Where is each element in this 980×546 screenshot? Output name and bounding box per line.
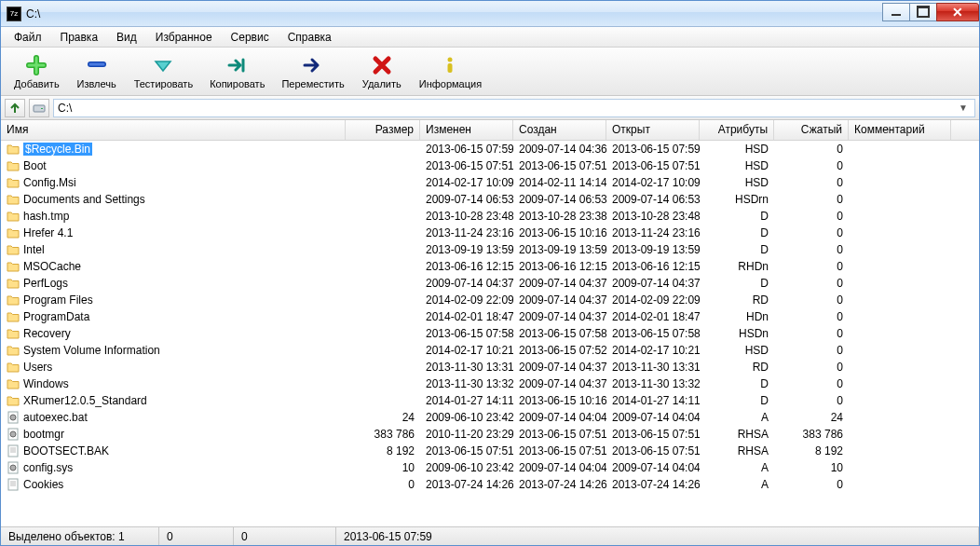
- file-created: 2009-07-14 04:37: [513, 276, 606, 291]
- file-attrs: A: [700, 477, 774, 492]
- file-row[interactable]: BOOTSECT.BAK8 1922013-06-15 07:512013-06…: [1, 443, 979, 459]
- path-dropdown-icon[interactable]: ▼: [956, 102, 971, 113]
- file-modified: 2009-06-10 23:42: [420, 410, 513, 425]
- file-row[interactable]: Hrefer 4.12013-11-24 23:162013-06-15 10:…: [1, 225, 979, 241]
- file-attrs: D: [700, 276, 774, 291]
- file-row[interactable]: config.sys102009-06-10 23:422009-07-14 0…: [1, 459, 979, 476]
- delete-label: Удалить: [362, 78, 402, 89]
- file-comment: [849, 433, 951, 435]
- menu-tools[interactable]: Сервис: [222, 29, 279, 46]
- titlebar[interactable]: 7z C:\: [1, 1, 979, 27]
- file-name: Recovery: [23, 327, 71, 340]
- folder-icon: [7, 260, 20, 273]
- maximize-button[interactable]: [909, 3, 937, 21]
- file-row[interactable]: Recovery2013-06-15 07:582013-06-15 07:58…: [1, 325, 979, 342]
- delete-button[interactable]: Удалить: [354, 52, 410, 91]
- svg-rect-3: [41, 108, 43, 109]
- col-name[interactable]: Имя: [1, 120, 346, 140]
- file-row[interactable]: Cookies02013-07-24 14:262013-07-24 14:26…: [1, 476, 979, 493]
- col-attrs[interactable]: Атрибуты: [700, 120, 774, 140]
- minimize-button[interactable]: [882, 3, 910, 21]
- menu-edit[interactable]: Правка: [51, 29, 108, 46]
- file-attrs: HSD: [700, 142, 774, 157]
- col-modified[interactable]: Изменен: [420, 120, 513, 140]
- col-created[interactable]: Создан: [513, 120, 606, 140]
- status-c2: 0: [234, 527, 336, 545]
- col-packed[interactable]: Сжатый: [774, 120, 849, 140]
- file-opened: 2013-11-30 13:32: [606, 376, 700, 391]
- file-row[interactable]: Config.Msi2014-02-17 10:092014-02-11 14:…: [1, 174, 979, 191]
- move-button[interactable]: Переместить: [274, 52, 351, 91]
- file-icon: [7, 444, 20, 457]
- file-opened: 2014-01-27 14:11: [606, 393, 700, 408]
- file-size: 0: [346, 477, 420, 492]
- file-comment: [849, 182, 951, 184]
- file-attrs: D: [700, 393, 774, 408]
- file-size: [346, 400, 420, 402]
- folder-icon: [7, 243, 20, 256]
- file-name: Users: [23, 361, 52, 374]
- file-row[interactable]: Boot2013-06-15 07:512013-06-15 07:512013…: [1, 157, 979, 174]
- move-label: Переместить: [281, 78, 344, 89]
- file-listview[interactable]: Имя Размер Изменен Создан Открыт Атрибут…: [1, 120, 979, 526]
- file-name: BOOTSECT.BAK: [23, 444, 109, 457]
- file-row[interactable]: Program Files2014-02-09 22:092009-07-14 …: [1, 292, 979, 308]
- status-c3: 2013-06-15 07:59: [336, 527, 979, 545]
- folder-icon: [7, 394, 20, 407]
- extract-button[interactable]: Извлечь: [69, 52, 125, 91]
- folder-icon: [7, 377, 20, 390]
- file-comment: [849, 383, 951, 385]
- file-modified: 2013-11-30 13:32: [420, 376, 513, 391]
- up-button[interactable]: [5, 99, 25, 117]
- col-comment[interactable]: Комментарий: [849, 120, 951, 140]
- file-modified: 2013-11-30 13:31: [420, 360, 513, 375]
- add-icon: [25, 54, 48, 76]
- col-size[interactable]: Размер: [346, 120, 420, 140]
- path-field[interactable]: C:\ ▼: [53, 99, 975, 117]
- file-opened: 2013-06-15 07:51: [606, 158, 700, 173]
- file-modified: 2009-07-14 06:53: [420, 192, 513, 207]
- file-modified: 2013-07-24 14:26: [420, 477, 513, 492]
- file-name: Hrefer 4.1: [23, 226, 73, 239]
- file-row[interactable]: ProgramData2014-02-01 18:472009-07-14 04…: [1, 308, 979, 325]
- copy-button[interactable]: Копировать: [202, 52, 272, 91]
- folder-icon: [7, 361, 20, 374]
- file-row[interactable]: Users2013-11-30 13:312009-07-14 04:37201…: [1, 359, 979, 375]
- file-opened: 2013-06-15 07:58: [606, 326, 700, 341]
- menu-view[interactable]: Вид: [107, 29, 146, 46]
- col-opened[interactable]: Открыт: [606, 120, 700, 140]
- file-attrs: HSD: [700, 343, 774, 358]
- file-size: [346, 165, 420, 167]
- info-button[interactable]: Информация: [412, 52, 489, 91]
- close-button[interactable]: [936, 3, 979, 21]
- file-comment: [849, 484, 951, 485]
- file-row[interactable]: Documents and Settings2009-07-14 06:5320…: [1, 191, 979, 208]
- file-row[interactable]: XRumer12.0.5_Standard2014-01-27 14:11201…: [1, 392, 979, 409]
- file-row[interactable]: hash.tmp2013-10-28 23:482013-10-28 23:38…: [1, 208, 979, 225]
- file-row[interactable]: Intel2013-09-19 13:592013-09-19 13:59201…: [1, 241, 979, 258]
- svg-point-10: [10, 465, 16, 471]
- file-size: [346, 232, 420, 234]
- file-row[interactable]: autoexec.bat242009-06-10 23:422009-07-14…: [1, 409, 979, 426]
- file-created: 2009-07-14 04:04: [513, 460, 606, 475]
- menu-file[interactable]: Файл: [5, 29, 51, 46]
- file-packed: 0: [774, 276, 849, 291]
- file-created: 2009-07-14 04:37: [513, 360, 606, 375]
- file-created: 2009-07-14 04:37: [513, 309, 606, 324]
- file-opened: 2013-07-24 14:26: [606, 477, 700, 492]
- file-row[interactable]: MSOCache2013-06-16 12:152013-06-16 12:15…: [1, 258, 979, 275]
- menu-help[interactable]: Справка: [279, 29, 341, 46]
- file-row[interactable]: Windows2013-11-30 13:322009-07-14 04:372…: [1, 375, 979, 392]
- file-size: [346, 215, 420, 217]
- file-row[interactable]: bootmgr383 7862010-11-20 23:292013-06-15…: [1, 426, 979, 443]
- file-row[interactable]: $Recycle.Bin2013-06-15 07:592009-07-14 0…: [1, 141, 979, 157]
- menu-favorites[interactable]: Избранное: [146, 29, 222, 46]
- app-icon: 7z: [7, 7, 21, 21]
- file-row[interactable]: PerfLogs2009-07-14 04:372009-07-14 04:37…: [1, 275, 979, 292]
- file-name: Documents and Settings: [23, 193, 145, 206]
- file-icon: [7, 478, 20, 491]
- file-row[interactable]: System Volume Information2014-02-17 10:2…: [1, 342, 979, 359]
- test-button[interactable]: Тестировать: [127, 52, 201, 91]
- add-button[interactable]: Добавить: [7, 52, 67, 91]
- file-created: 2013-06-15 07:52: [513, 343, 606, 358]
